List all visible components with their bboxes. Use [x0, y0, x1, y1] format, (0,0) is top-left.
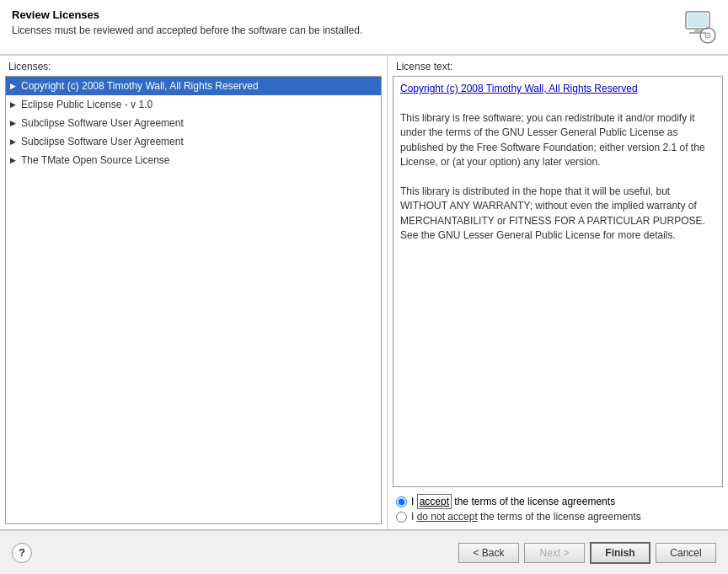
license-item-label-3: Subclipse Software User Agreement — [21, 136, 184, 148]
license-item-label-2: Subclipse Software User Agreement — [21, 117, 184, 129]
license-heading: Copyright (c) 2008 Timothy Wall, All Rig… — [400, 83, 638, 94]
dialog-footer: ? < Back Next > Finish Cancel — [0, 530, 728, 574]
reject-radio-label: I do not accept the terms of the license… — [411, 511, 641, 523]
radio-section: I accept the terms of the license agreem… — [388, 491, 728, 529]
install-icon — [679, 8, 716, 46]
license-para-1: This library is free software; you can r… — [400, 111, 715, 170]
license-item-arrow-1: ▶ — [10, 100, 16, 109]
help-button[interactable]: ? — [12, 543, 32, 563]
svg-rect-2 — [694, 29, 701, 32]
cancel-button[interactable]: Cancel — [656, 543, 716, 563]
license-text-container: Copyright (c) 2008 Timothy Wall, All Rig… — [393, 76, 723, 487]
main-content: Licenses: ▶Copyright (c) 2008 Timothy Wa… — [0, 55, 728, 529]
svg-rect-1 — [688, 13, 708, 27]
svg-rect-3 — [689, 32, 706, 34]
licenses-panel: Licenses: ▶Copyright (c) 2008 Timothy Wa… — [0, 56, 388, 529]
license-list-item-2[interactable]: ▶Subclipse Software User Agreement — [6, 114, 381, 132]
license-para-2: This library is distributed in the hope … — [400, 185, 715, 244]
header-icon — [679, 8, 716, 46]
accept-underline: accept — [417, 494, 452, 509]
reject-radio[interactable] — [396, 512, 407, 523]
license-list-item-1[interactable]: ▶Eclipse Public License - v 1.0 — [6, 95, 381, 114]
dialog-subtitle: Licenses must be reviewed and accepted b… — [12, 24, 362, 36]
license-item-arrow-3: ▶ — [10, 137, 16, 146]
accept-radio[interactable] — [396, 496, 407, 507]
footer-buttons: < Back Next > Finish Cancel — [458, 542, 716, 564]
finish-button[interactable]: Finish — [590, 542, 650, 564]
licenses-list[interactable]: ▶Copyright (c) 2008 Timothy Wall, All Ri… — [5, 76, 382, 524]
license-list-item-0[interactable]: ▶Copyright (c) 2008 Timothy Wall, All Ri… — [6, 77, 381, 95]
license-item-arrow-2: ▶ — [10, 119, 16, 127]
license-item-label-4: The TMate Open Source License — [21, 154, 170, 166]
accept-radio-option[interactable]: I accept the terms of the license agreem… — [396, 496, 720, 507]
dialog-header: Review Licenses Licenses must be reviewe… — [0, 0, 728, 55]
license-text-panel: License text: Copyright (c) 2008 Timothy… — [388, 56, 728, 529]
dialog-title: Review Licenses — [12, 8, 362, 21]
license-item-arrow-0: ▶ — [10, 82, 16, 90]
license-text-label: License text: — [388, 56, 728, 76]
licenses-panel-label: Licenses: — [0, 56, 387, 76]
license-list-item-4[interactable]: ▶The TMate Open Source License — [6, 151, 381, 169]
license-item-arrow-4: ▶ — [10, 156, 16, 164]
reject-radio-option[interactable]: I do not accept the terms of the license… — [396, 511, 720, 523]
license-item-label-0: Copyright (c) 2008 Timothy Wall, All Rig… — [21, 80, 259, 92]
svg-point-6 — [707, 35, 709, 37]
footer-left: ? — [12, 543, 32, 563]
license-text-area[interactable]: Copyright (c) 2008 Timothy Wall, All Rig… — [393, 76, 723, 487]
license-item-label-1: Eclipse Public License - v 1.0 — [21, 99, 153, 110]
reject-underline: do not accept — [417, 511, 478, 523]
next-button[interactable]: Next > — [524, 543, 585, 563]
header-left: Review Licenses Licenses must be reviewe… — [12, 8, 362, 36]
back-button[interactable]: < Back — [458, 543, 519, 563]
license-list-item-3[interactable]: ▶Subclipse Software User Agreement — [6, 132, 381, 151]
accept-radio-label: I accept the terms of the license agreem… — [411, 496, 615, 507]
